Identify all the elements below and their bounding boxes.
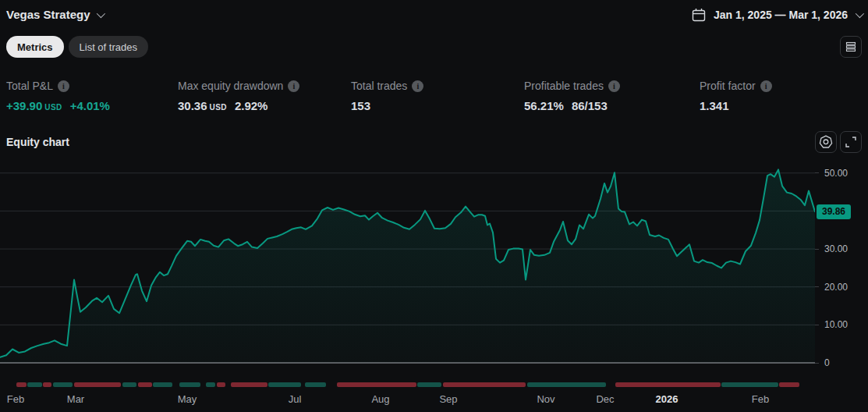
- equity-area-fill: [0, 169, 815, 363]
- x-axis-label: Feb: [752, 393, 769, 405]
- y-axis-label: 50.00: [824, 167, 848, 179]
- report-layout-button[interactable]: [840, 36, 862, 58]
- x-axis-label: Jul: [289, 393, 302, 405]
- metric-profitable-trades: Profitable trades i 56.21% 86/153: [524, 80, 620, 112]
- trade-segment-loss[interactable]: [217, 382, 225, 387]
- trade-segment-win[interactable]: [417, 382, 441, 387]
- info-icon[interactable]: i: [58, 80, 69, 92]
- y-axis-tick: [815, 286, 819, 287]
- chevron-down-icon: [856, 9, 864, 18]
- calendar-icon: [692, 8, 706, 22]
- tab-metrics[interactable]: Metrics: [6, 36, 64, 58]
- info-icon[interactable]: i: [760, 80, 772, 92]
- metric-unit: USD: [44, 103, 62, 112]
- trade-segment-win[interactable]: [721, 382, 778, 387]
- metric-profit-factor: Profit factor i 1.341: [700, 80, 772, 112]
- trade-segment-loss[interactable]: [43, 382, 51, 387]
- info-icon[interactable]: i: [608, 80, 620, 92]
- trade-segment-loss[interactable]: [16, 382, 27, 387]
- page-title: Vegas Strategy: [6, 8, 90, 21]
- metric-label: Profit factor: [700, 80, 756, 92]
- metric-value: 1.341: [700, 99, 729, 112]
- metric-total-pnl: Total P&L i +39.90 USD +4.01%: [6, 80, 110, 112]
- y-axis-label: 0: [824, 357, 830, 369]
- metric-label: Total trades: [351, 80, 407, 92]
- rows-icon: [845, 41, 857, 53]
- metric-secondary: +4.01%: [70, 99, 110, 112]
- fullscreen-button[interactable]: [840, 131, 862, 153]
- metric-label: Total P&L: [6, 80, 53, 92]
- metric-total-trades: Total trades i 153: [351, 80, 423, 112]
- date-range-selector[interactable]: Jan 1, 2025 — Mar 1, 2026: [692, 8, 862, 22]
- chart-settings-button[interactable]: [815, 131, 837, 153]
- trade-segment-win[interactable]: [153, 382, 172, 387]
- metric-unit: USD: [210, 103, 227, 112]
- chevron-down-icon: [96, 9, 105, 17]
- fullscreen-icon: [845, 136, 857, 148]
- y-axis-label: 30.00: [824, 243, 848, 255]
- metric-label: Profitable trades: [524, 80, 604, 92]
- date-range-label: Jan 1, 2025 — Mar 1, 2026: [714, 9, 848, 21]
- y-axis-label: 10.00: [824, 318, 848, 331]
- equity-chart[interactable]: 010.0020.0030.0050.0039.86 FebMarMayJulA…: [0, 164, 868, 412]
- strategy-selector[interactable]: Vegas Strategy: [6, 8, 103, 21]
- x-axis[interactable]: FebMarMayJulAugSepNovDec2026Feb: [0, 393, 815, 407]
- trade-results-strip: [0, 382, 815, 388]
- metric-label: Max equity drawdown: [178, 80, 283, 92]
- y-axis-tick: [815, 325, 819, 325]
- x-axis-label: Aug: [371, 393, 389, 405]
- trade-segment-win[interactable]: [305, 382, 326, 387]
- trade-segment-loss[interactable]: [779, 382, 799, 387]
- trade-segment-loss[interactable]: [74, 382, 121, 387]
- trade-segment-loss[interactable]: [615, 382, 721, 387]
- y-axis[interactable]: 010.0020.0030.0050.0039.86: [815, 164, 868, 375]
- y-axis-tick: [815, 363, 819, 364]
- chart-header: Equity chart: [6, 131, 862, 153]
- trade-segment-win[interactable]: [53, 382, 73, 387]
- x-axis-label: Mar: [67, 393, 84, 405]
- trade-segment-win[interactable]: [122, 382, 136, 387]
- trade-segment-loss[interactable]: [138, 382, 152, 387]
- y-axis-tick: [815, 249, 819, 250]
- trade-segment-win[interactable]: [527, 382, 606, 387]
- trade-segment-loss[interactable]: [443, 382, 526, 387]
- info-icon[interactable]: i: [288, 80, 299, 92]
- trade-segment-loss[interactable]: [231, 382, 267, 387]
- tabs-row: Metrics List of trades: [6, 36, 862, 58]
- strategy-tester-panel: Vegas Strategy Jan 1, 2025 — Mar 1, 2026…: [0, 0, 868, 412]
- trade-segment-loss[interactable]: [337, 382, 416, 387]
- metric-value: 153: [351, 99, 370, 112]
- metric-secondary: 2.92%: [235, 99, 268, 112]
- x-axis-label: 2026: [656, 393, 678, 405]
- trade-segment-win[interactable]: [179, 382, 200, 387]
- metrics-summary: Total P&L i +39.90 USD +4.01% Max equity…: [0, 80, 868, 119]
- y-axis-label: 20.00: [824, 281, 848, 293]
- equity-curve-plot: [0, 164, 815, 375]
- tab-list-of-trades[interactable]: List of trades: [69, 36, 148, 58]
- gear-icon: [819, 135, 833, 149]
- top-bar: Vegas Strategy Jan 1, 2025 — Mar 1, 2026: [0, 8, 868, 28]
- metric-value: 56.21%: [524, 99, 564, 112]
- chart-title: Equity chart: [6, 136, 69, 148]
- trade-segment-win[interactable]: [27, 382, 42, 387]
- last-value-badge: 39.86: [817, 204, 851, 219]
- info-icon[interactable]: i: [412, 80, 423, 92]
- x-axis-label: Feb: [7, 393, 24, 405]
- y-axis-tick: [815, 172, 819, 173]
- metric-value: 30.36: [178, 99, 207, 112]
- x-axis-label: Dec: [596, 393, 614, 405]
- trade-segment-win[interactable]: [206, 382, 215, 387]
- metric-max-drawdown: Max equity drawdown i 30.36 USD 2.92%: [178, 80, 299, 112]
- x-axis-label: Nov: [537, 393, 554, 405]
- x-axis-label: Sep: [439, 393, 457, 405]
- metric-value: +39.90: [6, 99, 42, 112]
- metric-secondary: 86/153: [572, 99, 608, 112]
- view-tabs: Metrics List of trades: [6, 36, 862, 58]
- trade-segment-win[interactable]: [268, 382, 301, 387]
- x-axis-label: May: [178, 393, 197, 405]
